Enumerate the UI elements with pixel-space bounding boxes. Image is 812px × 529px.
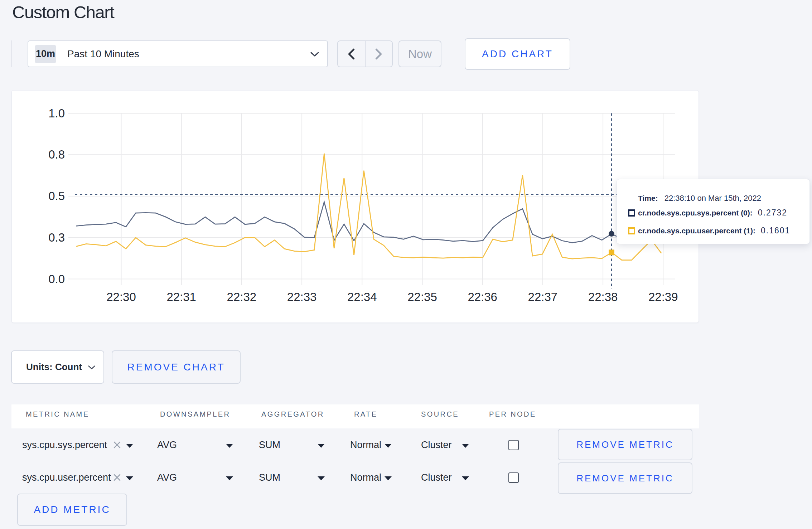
svg-text:22:39: 22:39 [648,290,678,304]
svg-text:0.5: 0.5 [48,189,65,203]
svg-text:0.0: 0.0 [48,272,65,286]
svg-text:22:35: 22:35 [407,290,437,304]
svg-text:22:38: 22:38 [588,290,618,304]
svg-text:22:36: 22:36 [468,290,497,304]
svg-text:22:31: 22:31 [166,290,196,304]
svg-text:22:33: 22:33 [287,290,317,304]
svg-text:0.3: 0.3 [48,231,65,244]
svg-text:22:30: 22:30 [106,290,136,304]
svg-text:1.0: 1.0 [48,107,65,120]
svg-text:0.8: 0.8 [48,148,65,161]
svg-text:22:34: 22:34 [347,290,377,304]
svg-text:22:37: 22:37 [528,290,558,304]
svg-text:22:32: 22:32 [227,290,257,304]
